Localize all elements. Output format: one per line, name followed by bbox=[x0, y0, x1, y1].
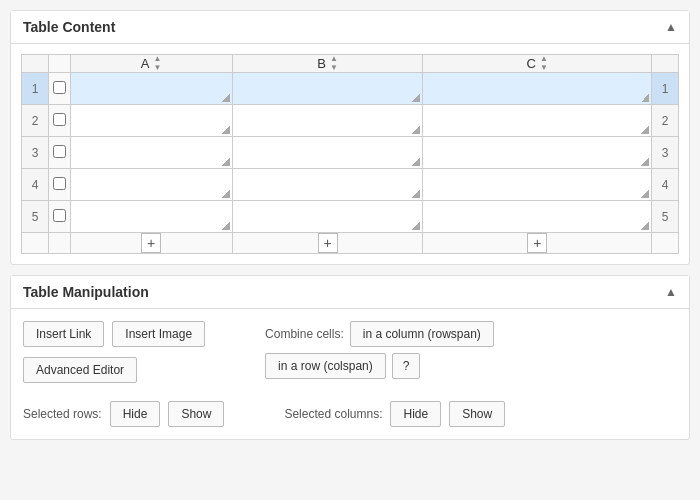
sort-up-b[interactable]: ▲ bbox=[330, 55, 338, 63]
cell-1-c[interactable] bbox=[423, 73, 652, 105]
combine-cells-row: Combine cells: in a column (rowspan) bbox=[265, 321, 494, 347]
row-num-left-4: 4 bbox=[22, 169, 49, 201]
resize-handle-2-b bbox=[412, 126, 420, 134]
cell-3-c[interactable] bbox=[423, 137, 652, 169]
checkbox-header bbox=[48, 55, 70, 73]
add-col-left bbox=[48, 233, 70, 254]
textarea-3-a[interactable] bbox=[71, 137, 232, 165]
textarea-1-a[interactable] bbox=[71, 73, 232, 101]
selected-cols-label: Selected columns: bbox=[284, 407, 382, 421]
col-a-sort[interactable]: ▲ ▼ bbox=[154, 55, 162, 72]
in-column-button[interactable]: in a column (rowspan) bbox=[350, 321, 494, 347]
add-col-b-button[interactable]: + bbox=[318, 233, 338, 253]
table-manipulation-panel: Table Manipulation ▲ Insert Link Insert … bbox=[10, 275, 690, 440]
cell-5-c[interactable] bbox=[423, 201, 652, 233]
row-checkbox-4[interactable] bbox=[48, 169, 70, 201]
sort-up-c[interactable]: ▲ bbox=[540, 55, 548, 63]
resize-handle-4-a bbox=[222, 190, 230, 198]
cell-2-b[interactable] bbox=[232, 105, 423, 137]
advanced-editor-button[interactable]: Advanced Editor bbox=[23, 357, 137, 383]
row-num-right-3: 3 bbox=[652, 137, 679, 169]
textarea-2-a[interactable] bbox=[71, 105, 232, 133]
selected-rows-label: Selected rows: bbox=[23, 407, 102, 421]
col-a-label: A bbox=[141, 56, 150, 71]
show-cols-button[interactable]: Show bbox=[449, 401, 505, 427]
in-row-row: in a row (colspan) ? bbox=[265, 353, 494, 379]
resize-handle-1-c bbox=[641, 94, 649, 102]
add-col-a-button[interactable]: + bbox=[141, 233, 161, 253]
row-checkbox-5[interactable] bbox=[48, 201, 70, 233]
cell-1-b[interactable] bbox=[232, 73, 423, 105]
in-row-button[interactable]: in a row (colspan) bbox=[265, 353, 386, 379]
cell-5-a[interactable] bbox=[70, 201, 232, 233]
table-manipulation-header: Table Manipulation ▲ bbox=[11, 276, 689, 309]
resize-handle-5-a bbox=[222, 222, 230, 230]
row-num-left-3: 3 bbox=[22, 137, 49, 169]
checkbox-input-3[interactable] bbox=[53, 145, 66, 158]
col-header-a: A ▲ ▼ bbox=[70, 55, 232, 73]
cell-3-b[interactable] bbox=[232, 137, 423, 169]
add-col-c-button[interactable]: + bbox=[527, 233, 547, 253]
checkbox-input-1[interactable] bbox=[53, 81, 66, 94]
add-col-a[interactable]: + bbox=[70, 233, 232, 254]
sort-down-b[interactable]: ▼ bbox=[330, 64, 338, 72]
resize-handle-1-a bbox=[222, 94, 230, 102]
checkbox-input-5[interactable] bbox=[53, 209, 66, 222]
resize-handle-3-b bbox=[412, 158, 420, 166]
cell-3-a[interactable] bbox=[70, 137, 232, 169]
cell-2-a[interactable] bbox=[70, 105, 232, 137]
textarea-5-a[interactable] bbox=[71, 201, 232, 229]
textarea-3-b[interactable] bbox=[233, 137, 423, 165]
right-section: Combine cells: in a column (rowspan) in … bbox=[265, 321, 494, 379]
textarea-4-a[interactable] bbox=[71, 169, 232, 197]
cell-4-c[interactable] bbox=[423, 169, 652, 201]
row-checkbox-1[interactable] bbox=[48, 73, 70, 105]
textarea-2-c[interactable] bbox=[423, 105, 651, 133]
textarea-4-b[interactable] bbox=[233, 169, 423, 197]
sort-down-a[interactable]: ▼ bbox=[154, 64, 162, 72]
row-num-left-2: 2 bbox=[22, 105, 49, 137]
cell-4-a[interactable] bbox=[70, 169, 232, 201]
textarea-5-b[interactable] bbox=[233, 201, 423, 229]
col-c-sort[interactable]: ▲ ▼ bbox=[540, 55, 548, 72]
resize-handle-5-c bbox=[641, 222, 649, 230]
table-manipulation-collapse-icon[interactable]: ▲ bbox=[665, 285, 677, 299]
selected-cols-section: Selected columns: Hide Show bbox=[284, 401, 505, 427]
row-checkbox-3[interactable] bbox=[48, 137, 70, 169]
sort-down-c[interactable]: ▼ bbox=[540, 64, 548, 72]
cell-1-a[interactable] bbox=[70, 73, 232, 105]
col-header-b: B ▲ ▼ bbox=[232, 55, 423, 73]
cell-5-b[interactable] bbox=[232, 201, 423, 233]
textarea-1-c[interactable] bbox=[423, 73, 651, 101]
checkbox-input-2[interactable] bbox=[53, 113, 66, 126]
resize-handle-3-c bbox=[641, 158, 649, 166]
textarea-3-c[interactable] bbox=[423, 137, 651, 165]
resize-handle-4-c bbox=[641, 190, 649, 198]
row-checkbox-2[interactable] bbox=[48, 105, 70, 137]
resize-handle-4-b bbox=[412, 190, 420, 198]
resize-handle-3-a bbox=[222, 158, 230, 166]
table-content-title: Table Content bbox=[23, 19, 115, 35]
row-num-right-1: 1 bbox=[652, 73, 679, 105]
hide-rows-button[interactable]: Hide bbox=[110, 401, 161, 427]
cell-4-b[interactable] bbox=[232, 169, 423, 201]
checkbox-input-4[interactable] bbox=[53, 177, 66, 190]
sort-up-a[interactable]: ▲ bbox=[154, 55, 162, 63]
show-rows-button[interactable]: Show bbox=[168, 401, 224, 427]
insert-link-button[interactable]: Insert Link bbox=[23, 321, 104, 347]
textarea-2-b[interactable] bbox=[233, 105, 423, 133]
manipulation-area: Insert Link Insert Image Advanced Editor… bbox=[11, 309, 689, 439]
add-col-b[interactable]: + bbox=[232, 233, 423, 254]
insert-image-button[interactable]: Insert Image bbox=[112, 321, 205, 347]
col-b-sort[interactable]: ▲ ▼ bbox=[330, 55, 338, 72]
row-num-left-5: 5 bbox=[22, 201, 49, 233]
textarea-5-c[interactable] bbox=[423, 201, 651, 229]
add-col-c[interactable]: + bbox=[423, 233, 652, 254]
question-button[interactable]: ? bbox=[392, 353, 421, 379]
row-num-right-4: 4 bbox=[652, 169, 679, 201]
textarea-4-c[interactable] bbox=[423, 169, 651, 197]
textarea-1-b[interactable] bbox=[233, 73, 423, 101]
cell-2-c[interactable] bbox=[423, 105, 652, 137]
table-content-collapse-icon[interactable]: ▲ bbox=[665, 20, 677, 34]
hide-cols-button[interactable]: Hide bbox=[390, 401, 441, 427]
